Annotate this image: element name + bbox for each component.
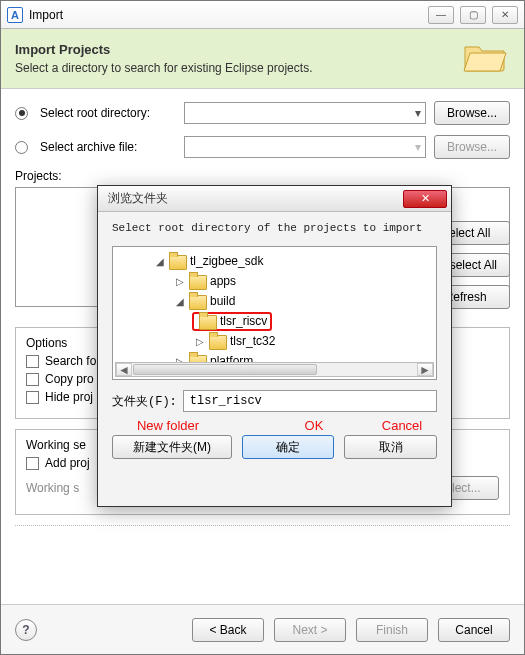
ws-faded-label: Working s (26, 481, 96, 495)
expand-open-icon[interactable]: ◢ (175, 296, 185, 307)
minimize-button[interactable]: — (428, 6, 454, 24)
tree-label: tlsr_riscv (220, 314, 267, 328)
expand-closed-icon[interactable]: ▷ (175, 276, 185, 287)
path-label: 文件夹(F): (112, 393, 177, 410)
horizontal-scrollbar[interactable]: ◄ ► (115, 362, 434, 377)
close-button[interactable]: ✕ (492, 6, 518, 24)
folder-icon (199, 315, 215, 328)
maximize-button[interactable]: ▢ (460, 6, 486, 24)
titlebar: A Import — ▢ ✕ (1, 1, 524, 29)
selected-node-highlight: tlsr_riscv (192, 312, 272, 331)
annot-new-folder: New folder (118, 418, 218, 433)
browse-archive-button: Browse... (434, 135, 510, 159)
ok-button[interactable]: 确定 (242, 435, 335, 459)
expand-open-icon[interactable]: ◢ (155, 256, 165, 267)
tree-label: tl_zigbee_sdk (190, 254, 263, 268)
archive-field[interactable]: ▾ (184, 136, 426, 158)
scroll-track[interactable] (132, 363, 417, 376)
tree-node-sdk[interactable]: ◢ tl_zigbee_sdk (115, 251, 434, 271)
tree-label: apps (210, 274, 236, 288)
annotation-row: New folder OK Cancel (118, 418, 437, 433)
back-button[interactable]: < Back (192, 618, 264, 642)
browse-title: 浏览文件夹 (108, 190, 403, 207)
add-to-ws-checkbox[interactable] (26, 457, 39, 470)
banner-subheading: Select a directory to search for existin… (15, 61, 462, 75)
root-dir-label: Select root directory: (40, 106, 176, 120)
browse-root-button[interactable]: Browse... (434, 101, 510, 125)
folder-icon (189, 295, 205, 308)
browse-folder-dialog: 浏览文件夹 ✕ Select root directory of the pro… (97, 185, 452, 507)
archive-label: Select archive file: (40, 140, 176, 154)
bottom-bar: ? < Back Next > Finish Cancel (1, 604, 524, 654)
cancel-button[interactable]: Cancel (438, 618, 510, 642)
tree-label: tlsr_tc32 (230, 334, 275, 348)
search-nested-checkbox[interactable] (26, 355, 39, 368)
hide-projects-label: Hide proj (45, 390, 93, 404)
folder-icon (209, 335, 225, 348)
archive-radio[interactable] (15, 141, 28, 154)
add-to-ws-label: Add proj (45, 456, 90, 470)
browse-close-button[interactable]: ✕ (403, 190, 447, 208)
tree-node-tc32[interactable]: ▷ tlsr_tc32 (115, 331, 434, 351)
browse-instruction: Select root directory of the projects to… (98, 212, 451, 240)
dropdown-icon[interactable]: ▾ (415, 106, 421, 120)
browse-titlebar: 浏览文件夹 ✕ (98, 186, 451, 212)
next-button: Next > (274, 618, 346, 642)
window-controls: — ▢ ✕ (428, 6, 518, 24)
projects-label: Projects: (15, 169, 510, 183)
banner-heading: Import Projects (15, 42, 462, 57)
folder-open-icon (462, 39, 510, 78)
tree-node-riscv[interactable]: tlsr_riscv (115, 311, 434, 331)
tree-node-build[interactable]: ◢ build (115, 291, 434, 311)
folder-icon (189, 275, 205, 288)
scroll-right-icon[interactable]: ► (417, 363, 433, 376)
folder-icon (169, 255, 185, 268)
banner: Import Projects Select a directory to se… (1, 29, 524, 89)
expand-closed-icon[interactable]: ▷ (195, 336, 205, 347)
archive-row: Select archive file: ▾ Browse... (15, 135, 510, 159)
dropdown-icon: ▾ (415, 140, 421, 154)
annot-cancel: Cancel (367, 418, 437, 433)
scroll-thumb[interactable] (133, 364, 317, 375)
window-title: Import (29, 8, 428, 22)
annot-ok: OK (279, 418, 349, 433)
scroll-left-icon[interactable]: ◄ (116, 363, 132, 376)
divider (15, 525, 510, 526)
path-row: 文件夹(F): tlsr_riscv (112, 390, 437, 412)
help-button[interactable]: ? (15, 619, 37, 641)
tree-node-apps[interactable]: ▷ apps (115, 271, 434, 291)
root-dir-radio[interactable] (15, 107, 28, 120)
root-dir-field[interactable]: ▾ (184, 102, 426, 124)
finish-button: Finish (356, 618, 428, 642)
browse-button-row: 新建文件夹(M) 确定 取消 (112, 435, 437, 459)
new-folder-button[interactable]: 新建文件夹(M) (112, 435, 232, 459)
options-legend: Options (26, 336, 67, 350)
search-nested-label: Search fo (45, 354, 96, 368)
hide-projects-checkbox[interactable] (26, 391, 39, 404)
app-icon: A (7, 7, 23, 23)
folder-tree[interactable]: ◢ tl_zigbee_sdk ▷ apps ◢ build tlsr_risc… (112, 246, 437, 380)
copy-projects-checkbox[interactable] (26, 373, 39, 386)
path-field[interactable]: tlsr_riscv (183, 390, 437, 412)
working-sets-legend: Working se (26, 438, 86, 452)
root-dir-row: Select root directory: ▾ Browse... (15, 101, 510, 125)
copy-projects-label: Copy pro (45, 372, 94, 386)
browse-cancel-button[interactable]: 取消 (344, 435, 437, 459)
tree-label: build (210, 294, 235, 308)
